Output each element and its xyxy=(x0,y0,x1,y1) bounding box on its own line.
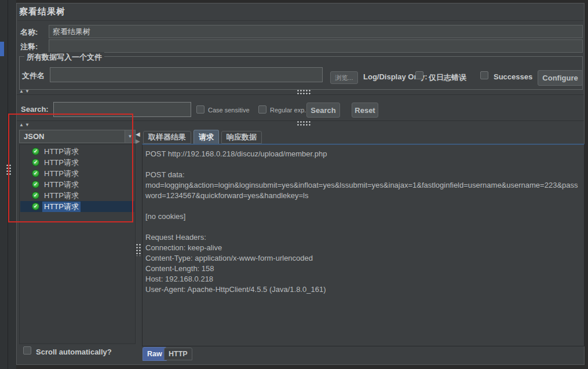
configure-button[interactable]: Configure xyxy=(538,70,583,86)
errors-only-checkbox[interactable] xyxy=(415,71,423,79)
title-separator xyxy=(17,20,583,21)
horizontal-splitter-grip[interactable] xyxy=(297,89,311,94)
horizontal-splitter-grip[interactable] xyxy=(297,120,311,126)
case-sensitive-checkbox[interactable] xyxy=(196,105,204,114)
splitter-collapse-left-icon[interactable]: ◀ xyxy=(136,131,140,137)
search-label: Search: xyxy=(21,105,49,114)
tab-http[interactable]: HTTP xyxy=(164,348,192,360)
request-detail-pane[interactable]: POST http://192.168.0.218/discuz/upload/… xyxy=(142,144,585,346)
search-panel-separator xyxy=(17,94,584,95)
annotation-red-box xyxy=(8,114,133,222)
comment-label: 注释: xyxy=(20,42,38,52)
filename-label: 文件名 xyxy=(22,71,45,81)
jmeter-view-results-tree-window: 察看结果树 名称: 注释: 所有数据写入一个文件 文件名 浏览... Log/D… xyxy=(0,0,588,369)
successes-checkbox[interactable] xyxy=(480,71,488,79)
reset-button[interactable]: Reset xyxy=(352,103,378,118)
vertical-splitter-grip[interactable] xyxy=(136,243,141,256)
regular-exp-label: Regular exp. xyxy=(270,107,306,114)
request-text: POST http://192.168.0.218/discuz/upload/… xyxy=(143,145,584,295)
regular-exp-checkbox[interactable] xyxy=(258,105,266,114)
comment-input[interactable] xyxy=(49,39,583,53)
errors-only-label: 仅日志错误 xyxy=(429,72,466,83)
scroll-automatically-label: Scroll automatically? xyxy=(36,348,112,356)
collapse-expand-arrows-icon[interactable]: ▲▼ xyxy=(19,89,31,94)
tab-raw[interactable]: Raw xyxy=(143,347,167,361)
name-input[interactable] xyxy=(49,25,583,38)
splitter-expand-right-icon[interactable]: ▶ xyxy=(136,138,140,144)
successes-label: Successes xyxy=(494,72,532,81)
scroll-automatically-checkbox[interactable] xyxy=(23,346,31,355)
gutter-accent-bar xyxy=(0,42,4,56)
tab-request[interactable]: 请求 xyxy=(193,130,219,144)
page-title: 察看结果树 xyxy=(19,6,65,17)
name-label: 名称: xyxy=(20,27,38,38)
tab-sampler-result[interactable]: 取样器结果 xyxy=(143,131,191,144)
case-sensitive-label: Case sensitive xyxy=(208,107,250,114)
write-to-file-legend: 所有数据写入一个文件 xyxy=(24,52,104,63)
browse-button[interactable]: 浏览... xyxy=(330,71,358,84)
search-button[interactable]: Search xyxy=(306,103,340,118)
filename-input[interactable] xyxy=(50,67,323,82)
tab-response-data[interactable]: 响应数据 xyxy=(221,131,262,144)
